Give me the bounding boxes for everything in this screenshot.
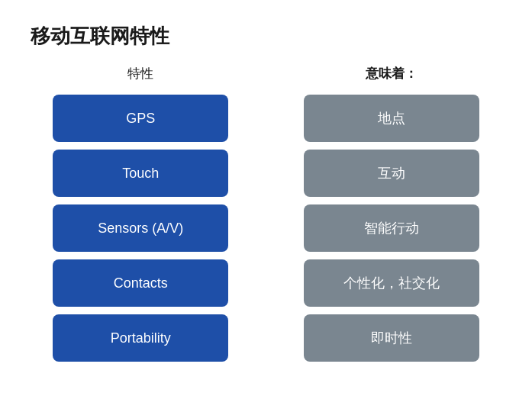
left-column-header: 特性: [127, 65, 153, 82]
list-item: 互动: [304, 150, 479, 197]
list-item: 智能行动: [304, 204, 479, 252]
column-divider: [251, 65, 282, 362]
list-item: GPS: [53, 95, 228, 142]
page-container: 移动互联网特性 特性 GPS Touch Sensors (A/V) Conta…: [0, 0, 532, 396]
page-title: 移动互联网特性: [31, 23, 501, 50]
list-item: Sensors (A/V): [53, 204, 228, 252]
list-item: Contacts: [53, 259, 228, 307]
list-item: Touch: [53, 150, 228, 197]
list-item: 个性化，社交化: [304, 259, 479, 307]
list-item: 地点: [304, 95, 479, 142]
list-item: Portability: [53, 314, 228, 362]
right-column: 意味着： 地点 互动 智能行动 个性化，社交化 即时性: [282, 65, 502, 362]
right-column-header: 意味着：: [366, 65, 418, 82]
table-area: 特性 GPS Touch Sensors (A/V) Contacts Port…: [31, 65, 501, 362]
left-column: 特性 GPS Touch Sensors (A/V) Contacts Port…: [31, 65, 251, 362]
list-item: 即时性: [304, 314, 479, 362]
